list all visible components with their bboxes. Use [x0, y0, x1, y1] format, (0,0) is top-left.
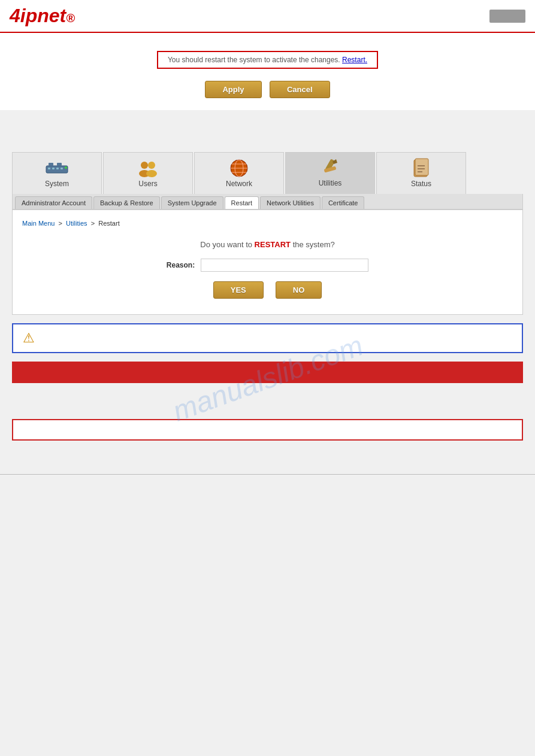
page-divider: [0, 474, 535, 475]
page-wrapper: manualslib.com 4ipnet® You should restar…: [0, 0, 535, 756]
tab-users[interactable]: Users: [103, 152, 193, 194]
reason-label: Reason:: [167, 261, 195, 269]
sub-tab-restart[interactable]: Restart: [225, 196, 259, 209]
warning-icon: ⚠: [23, 330, 35, 346]
users-icon: [136, 159, 160, 177]
header: 4ipnet®: [0, 0, 535, 33]
logo-dot: ®: [66, 11, 75, 25]
logo: 4ipnet®: [10, 5, 75, 27]
breadcrumb-sep-2: >: [91, 220, 95, 227]
svg-rect-2: [52, 168, 55, 169]
breadcrumb: Main Menu > Utilities > Restart: [22, 220, 513, 227]
restart-form: Do you want to RESTART the system? Reaso…: [22, 234, 513, 305]
apply-button[interactable]: Apply: [205, 81, 261, 98]
red-bar-1: [12, 362, 523, 383]
btn-row: YES NO: [28, 281, 507, 299]
svg-rect-4: [61, 168, 63, 169]
tab-users-label: Users: [138, 180, 157, 188]
system-icon: [45, 159, 69, 177]
sub-tab-admin-account[interactable]: Administrator Account: [15, 196, 92, 209]
sub-tab-system-upgrade[interactable]: System Upgrade: [161, 196, 223, 209]
svg-rect-3: [56, 168, 59, 169]
tab-utilities[interactable]: Utilities: [285, 152, 375, 194]
top-section: You should restart the system to activat…: [0, 33, 535, 110]
svg-rect-5: [49, 163, 53, 166]
svg-rect-1: [48, 168, 50, 169]
tab-utilities-label: Utilities: [319, 179, 342, 187]
sub-tab-network-utilities[interactable]: Network Utilities: [260, 196, 321, 209]
tab-network-label: Network: [226, 180, 252, 188]
breadcrumb-utilities[interactable]: Utilities: [66, 220, 87, 227]
restart-link[interactable]: Restart.: [342, 56, 367, 64]
svg-point-11: [146, 170, 157, 177]
svg-point-10: [148, 162, 155, 169]
sub-tabs: Administrator Account Backup & Restore S…: [12, 194, 523, 210]
breadcrumb-sep-1: >: [59, 220, 62, 227]
cancel-button[interactable]: Cancel: [270, 81, 330, 98]
no-button[interactable]: NO: [276, 281, 322, 299]
sub-tab-backup-restore[interactable]: Backup & Restore: [93, 196, 160, 209]
restart-notice-box: You should restart the system to activat…: [157, 51, 378, 69]
warning-box: ⚠: [12, 323, 523, 353]
nav-tabs: System Users: [12, 152, 523, 194]
question-keyword: RESTART: [255, 240, 291, 249]
reason-row: Reason:: [28, 259, 507, 272]
question-prefix: Do you want to: [200, 240, 254, 249]
tab-status-label: Status: [411, 180, 431, 188]
svg-rect-6: [57, 163, 62, 166]
main-content: System Users: [0, 146, 535, 450]
status-icon: [409, 159, 433, 177]
content-panel: Main Menu > Utilities > Restart Do you w…: [12, 210, 523, 315]
svg-rect-21: [415, 159, 428, 175]
question-suffix: the system?: [291, 240, 335, 249]
svg-point-7: [65, 166, 67, 169]
breadcrumb-restart: Restart: [98, 220, 119, 227]
reason-input[interactable]: [201, 259, 368, 272]
spacer: [0, 110, 535, 146]
tab-system[interactable]: System: [12, 152, 102, 194]
sub-tab-certificate[interactable]: Certificate: [322, 196, 365, 209]
utilities-icon: [318, 159, 342, 177]
tab-system-label: System: [45, 180, 69, 188]
svg-point-8: [141, 162, 148, 169]
logo-text: 4ipnet: [10, 5, 66, 26]
restart-notice-message: You should restart the system to activat…: [168, 56, 340, 64]
yes-button[interactable]: YES: [213, 281, 264, 299]
tab-network[interactable]: Network: [194, 152, 284, 194]
red-bar-2: [12, 419, 523, 441]
header-right-widget: [489, 10, 525, 23]
tab-status[interactable]: Status: [376, 152, 466, 194]
network-icon: [227, 159, 251, 177]
breadcrumb-main-menu[interactable]: Main Menu: [22, 220, 55, 227]
restart-question: Do you want to RESTART the system?: [28, 240, 507, 249]
